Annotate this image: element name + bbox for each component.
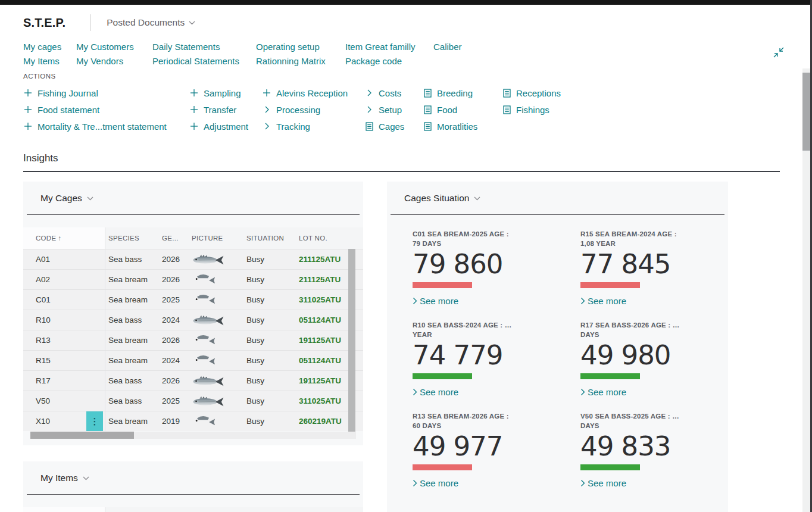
table-vertical-scrollbar[interactable] — [348, 249, 355, 432]
report-icon — [423, 105, 432, 114]
cage-species: Sea bass — [105, 371, 159, 391]
action-adjustment[interactable]: Adjustment — [189, 118, 262, 135]
cages-situation-header-dropdown[interactable]: Cages Situation — [387, 182, 728, 204]
chevron-down-icon — [189, 21, 195, 25]
nav-operating-setup[interactable]: Operating setup — [256, 42, 345, 52]
table-row[interactable]: A02 Sea bream 2026 Busy 211125ATU — [23, 269, 363, 289]
kpi-value[interactable]: 49 833 — [580, 432, 719, 460]
cage-picture — [189, 270, 243, 289]
nav-my-customers[interactable]: My Customers — [76, 42, 152, 52]
cage-code: A02 — [23, 270, 105, 289]
see-more-link[interactable]: See more — [413, 296, 551, 306]
table-row[interactable]: R10 Sea bass 2024 Busy 051124ATU — [23, 310, 363, 330]
collapse-icon[interactable] — [772, 46, 785, 59]
see-more-link[interactable]: See more — [580, 296, 719, 306]
nav-caliber[interactable]: Caliber — [433, 42, 462, 52]
action-alevins-reception[interactable]: Alevins Reception — [262, 85, 364, 101]
sea-bass-photo — [192, 395, 225, 407]
cages-situation-card: Cages Situation C01 SEA BREAM-2025 AGE :… — [387, 182, 728, 512]
cage-picture — [189, 411, 243, 431]
nav-rationning-matrix[interactable]: Rationning Matrix — [256, 56, 345, 66]
kpi-trend-bar — [413, 282, 472, 288]
column-header-picture[interactable]: PICTURE — [189, 227, 243, 249]
cage-code: R10 — [23, 310, 105, 330]
kpi-trend-bar — [580, 282, 640, 288]
table-row[interactable]: X10 ⋮ Sea bream 2019 Busy 260219ATU — [23, 411, 363, 431]
sea-bass-photo — [192, 375, 225, 387]
see-more-link[interactable]: See more — [580, 387, 719, 397]
kpi-tile: R10 SEA BASS-2024 AGE : …YEAR 74 779 See… — [413, 320, 551, 411]
app-title: S.T.E.P. — [23, 16, 65, 30]
report-icon — [423, 88, 432, 98]
nav-my-vendors[interactable]: My Vendors — [76, 56, 152, 66]
action-food[interactable]: Food — [423, 101, 502, 118]
action-fishing-journal[interactable]: Fishing Journal — [23, 85, 189, 101]
my-cages-header-dropdown[interactable]: My Cages — [23, 182, 363, 204]
chevron-right-icon — [413, 388, 417, 396]
cages-situation-header-rule — [391, 214, 724, 215]
table-horizontal-scrollbar[interactable] — [30, 432, 356, 439]
posted-documents-dropdown[interactable]: Posted Documents — [107, 17, 195, 28]
nav-row-2: My Items My Vendors Periodical Statement… — [23, 54, 462, 68]
cage-picture — [189, 330, 243, 350]
table-row[interactable]: R17 Sea bass 2026 Busy 191125ATU — [23, 370, 363, 391]
nav-package-code[interactable]: Package code — [345, 56, 433, 66]
action-mortality-treatment-statement[interactable]: Mortality & Tre...tment statement — [23, 118, 189, 135]
column-header-code[interactable]: CODE↑ — [23, 227, 105, 249]
action-sampling[interactable]: Sampling — [189, 85, 262, 101]
kpi-value[interactable]: 49 977 — [413, 432, 551, 460]
column-header-lot-no[interactable]: LOT NO. — [296, 227, 363, 249]
my-items-header-dropdown[interactable]: My Items — [23, 461, 363, 483]
table-row[interactable]: C01 Sea bream 2025 Busy 311025ATU — [23, 289, 363, 310]
column-header-situation[interactable]: SITUATION — [243, 227, 296, 249]
plus-icon — [189, 105, 199, 114]
action-moratlities[interactable]: Moratlities — [423, 118, 502, 135]
kpi-label: R13 SEA BREAM-2026 AGE :60 DAYS — [413, 411, 551, 430]
nav-my-items[interactable]: My Items — [23, 56, 76, 66]
column-header-generation[interactable]: GE... — [159, 227, 189, 249]
kpi-value[interactable]: 79 860 — [413, 250, 551, 278]
see-more-link[interactable]: See more — [413, 478, 551, 488]
nav-periodical-statements[interactable]: Periodical Statements — [152, 56, 256, 66]
nav-my-cages[interactable]: My cages — [23, 42, 76, 52]
action-processing[interactable]: Processing — [262, 101, 364, 118]
nav-daily-statements[interactable]: Daily Statements — [152, 42, 256, 52]
page-vertical-scrollbar[interactable] — [802, 68, 810, 512]
action-breeding[interactable]: Breeding — [423, 85, 502, 101]
vertical-scrollbar-thumb[interactable] — [802, 73, 810, 151]
plus-icon — [189, 121, 199, 131]
see-more-link[interactable]: See more — [580, 478, 719, 488]
chevron-right-icon — [413, 297, 417, 305]
chevron-right-icon — [580, 479, 585, 487]
action-receptions[interactable]: Receptions — [502, 85, 561, 101]
table-row[interactable]: R15 Sea bream 2024 Busy 051124ATU — [23, 350, 363, 370]
table-row[interactable]: A01 Sea bass 2026 Busy 211125ATU — [23, 249, 363, 269]
actions-bar: Fishing Journal Food statement Mortality… — [23, 85, 561, 135]
see-more-link[interactable]: See more — [413, 387, 551, 397]
action-setup[interactable]: Setup — [364, 101, 423, 118]
action-food-statement[interactable]: Food statement — [23, 101, 189, 118]
nav-item-great-familly[interactable]: Item Great familly — [345, 42, 433, 52]
plus-icon — [189, 88, 199, 98]
horizontal-scrollbar-thumb[interactable] — [30, 432, 134, 439]
kpi-value[interactable]: 49 980 — [580, 341, 719, 369]
kpi-value[interactable]: 77 845 — [580, 250, 719, 278]
cage-generation: 2024 — [159, 351, 189, 370]
action-tracking[interactable]: Tracking — [262, 118, 364, 135]
action-transfer[interactable]: Transfer — [189, 101, 262, 118]
column-header-species[interactable]: SPECIES — [105, 227, 159, 249]
kpi-trend-bar — [580, 373, 640, 379]
action-costs[interactable]: Costs — [364, 85, 423, 101]
action-fishings[interactable]: Fishings — [502, 101, 561, 118]
kpi-value[interactable]: 74 779 — [413, 341, 551, 369]
my-cages-header-rule — [27, 214, 360, 215]
my-items-title: My Items — [40, 473, 78, 483]
action-cages[interactable]: Cages — [364, 118, 423, 135]
table-row[interactable]: R13 Sea bream 2026 Busy 191125ATU — [23, 330, 363, 350]
table-row[interactable]: V50 Sea bass 2025 Busy 311025ATU — [23, 391, 363, 411]
row-actions-kebab[interactable]: ⋮ — [86, 411, 103, 431]
navigation-links: My cages My Customers Daily Statements O… — [23, 39, 462, 68]
header-divider — [90, 14, 91, 31]
my-cages-card: My Cages CODE↑ SPECIES GE... PICTURE SIT… — [23, 182, 363, 445]
kpi-tiles-grid: C01 SEA BREAM-2025 AGE :79 DAYS 79 860 S… — [413, 229, 728, 502]
